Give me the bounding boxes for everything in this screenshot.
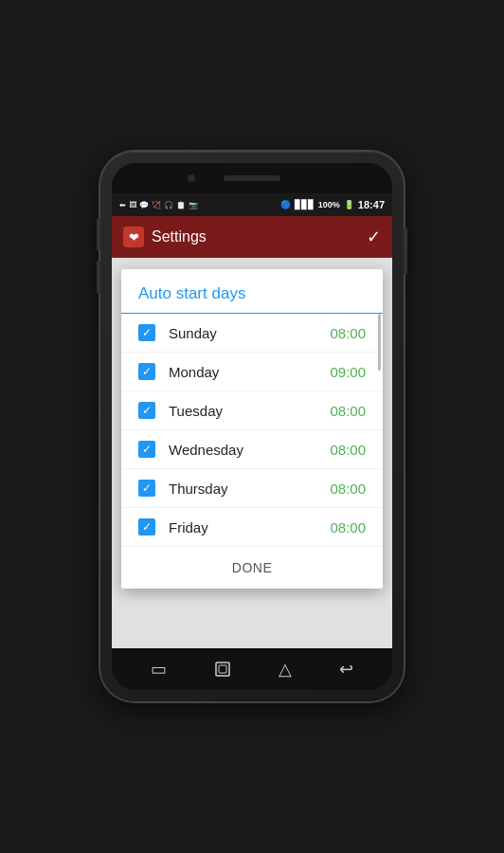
thursday-time: 08:00 bbox=[330, 481, 366, 497]
phone-speaker bbox=[224, 175, 280, 181]
list-item[interactable]: ✓ Sunday 08:00 bbox=[121, 314, 383, 353]
status-icon-image: 🖼 bbox=[129, 201, 136, 209]
wednesday-time: 08:00 bbox=[330, 442, 366, 458]
phone-camera bbox=[188, 174, 195, 182]
app-icon: ❤ bbox=[123, 227, 144, 247]
list-item[interactable]: ✓ Thursday 08:00 bbox=[121, 469, 383, 508]
auto-start-days-dialog: Auto start days ✓ Sunday 08:00 bbox=[121, 269, 383, 589]
list-item[interactable]: ✓ Monday 09:00 bbox=[121, 353, 383, 391]
friday-time: 08:00 bbox=[330, 519, 366, 535]
friday-checkbox[interactable]: ✓ bbox=[138, 518, 155, 535]
phone-top-bezel bbox=[112, 163, 392, 193]
wednesday-label: Wednesday bbox=[169, 442, 316, 458]
dialog-title: Auto start days bbox=[121, 269, 383, 314]
tuesday-checkbox[interactable]: ✓ bbox=[138, 402, 155, 419]
nav-bar: ▭ △ ↩ bbox=[112, 648, 392, 690]
screen: ⬅ 🖼 💬 🏹 🎧 📋 📷 🔵 ▊▊▊ 100% 🔋 18:47 bbox=[112, 193, 392, 690]
status-icon-whatsapp: 💬 bbox=[139, 201, 149, 209]
list-item[interactable]: ✓ Tuesday 08:00 bbox=[121, 391, 383, 430]
day-list: ✓ Sunday 08:00 ✓ Monday bbox=[121, 314, 383, 546]
nav-back[interactable]: ↩ bbox=[339, 659, 353, 680]
thursday-label: Thursday bbox=[169, 481, 316, 497]
tuesday-time: 08:00 bbox=[330, 403, 366, 419]
status-icon-headphones: 🎧 bbox=[164, 201, 173, 209]
phone-screen: ⬅ 🖼 💬 🏹 🎧 📋 📷 🔵 ▊▊▊ 100% 🔋 18:47 bbox=[112, 163, 392, 690]
status-left-icons: ⬅ 🖼 💬 🏹 🎧 📋 📷 bbox=[119, 201, 198, 209]
check-mark: ✓ bbox=[142, 405, 152, 416]
status-icon-arrow: 🏹 bbox=[152, 201, 161, 209]
monday-time: 09:00 bbox=[330, 364, 366, 380]
app-bar: ❤ Settings ✓ bbox=[112, 216, 392, 258]
status-icon-clipboard: 📋 bbox=[176, 201, 186, 209]
status-signal: ▊▊▊ bbox=[295, 200, 315, 209]
confirm-icon[interactable]: ✓ bbox=[367, 227, 381, 247]
status-time: 18:47 bbox=[358, 199, 385, 210]
scroll-indicator bbox=[378, 314, 381, 371]
phone-frame: ⬅ 🖼 💬 🏹 🎧 📋 📷 🔵 ▊▊▊ 100% 🔋 18:47 bbox=[100, 152, 404, 701]
check-mark: ✓ bbox=[142, 521, 152, 533]
screen-content: Auto start days ✓ Sunday 08:00 bbox=[112, 258, 392, 648]
status-icon-camera: 📷 bbox=[189, 201, 198, 209]
status-bar: ⬅ 🖼 💬 🏹 🎧 📋 📷 🔵 ▊▊▊ 100% 🔋 18:47 bbox=[112, 193, 392, 216]
wednesday-checkbox[interactable]: ✓ bbox=[138, 441, 155, 458]
nav-recent-apps[interactable]: ▭ bbox=[151, 659, 167, 680]
status-battery-icon: 🔋 bbox=[344, 200, 354, 209]
app-title: Settings bbox=[152, 228, 207, 245]
sunday-checkbox[interactable]: ✓ bbox=[138, 324, 155, 341]
list-item[interactable]: ✓ Friday 08:00 bbox=[121, 508, 383, 546]
sunday-label: Sunday bbox=[169, 325, 316, 341]
check-mark: ✓ bbox=[142, 444, 152, 455]
nav-home[interactable]: △ bbox=[279, 659, 292, 680]
list-item[interactable]: ✓ Wednesday 08:00 bbox=[121, 430, 383, 469]
nav-screenshot[interactable] bbox=[214, 661, 231, 678]
app-bar-left: ❤ Settings bbox=[123, 227, 207, 247]
check-mark: ✓ bbox=[142, 482, 152, 494]
friday-label: Friday bbox=[169, 519, 316, 535]
status-bluetooth: 🔵 bbox=[280, 200, 291, 209]
svg-rect-0 bbox=[216, 662, 229, 676]
status-icon-back: ⬅ bbox=[119, 201, 126, 209]
monday-label: Monday bbox=[169, 364, 316, 380]
thursday-checkbox[interactable]: ✓ bbox=[138, 480, 155, 497]
status-battery-pct: 100% bbox=[318, 200, 340, 209]
check-mark: ✓ bbox=[142, 327, 152, 338]
app-icon-symbol: ❤ bbox=[129, 230, 139, 245]
done-button[interactable]: Done bbox=[217, 556, 287, 579]
monday-checkbox[interactable]: ✓ bbox=[138, 363, 155, 380]
sunday-time: 08:00 bbox=[330, 325, 366, 341]
day-list-container: ✓ Sunday 08:00 ✓ Monday bbox=[121, 314, 383, 546]
status-right-info: 🔵 ▊▊▊ 100% 🔋 18:47 bbox=[280, 199, 385, 210]
dialog-footer: Done bbox=[121, 546, 383, 589]
tuesday-label: Tuesday bbox=[169, 403, 316, 419]
svg-rect-1 bbox=[219, 665, 226, 673]
check-mark: ✓ bbox=[142, 366, 152, 377]
